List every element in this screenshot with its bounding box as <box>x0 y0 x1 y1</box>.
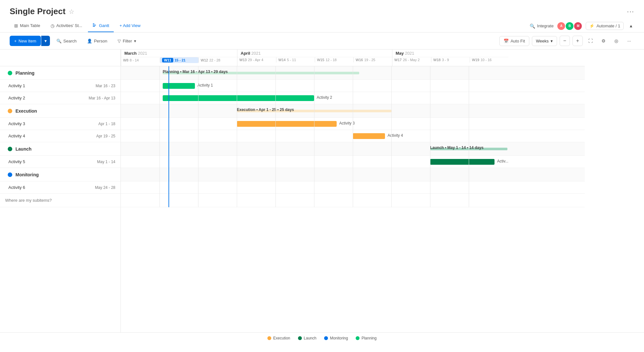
main-table-icon: ⊞ <box>14 23 18 28</box>
planning-summary-label: Planning • Mar 16 - Apr 13 • 29 days <box>163 69 228 74</box>
planning-legend-label: Planning <box>361 336 377 340</box>
activity5-label: Activity 5 <box>5 159 25 164</box>
monitoring-label: Monitoring <box>15 172 39 177</box>
chart-rows: Planning • Mar 16 - Apr 13 • 29 days Act… <box>121 66 585 207</box>
month-march: March 2021 W8 8 - 14 W11 15 - 21 W12 22 … <box>121 50 237 66</box>
fullscreen-button[interactable]: ⛶ <box>585 36 596 46</box>
activity3-label: Activity 3 <box>5 121 25 126</box>
activity5-bar[interactable] <box>430 159 495 165</box>
gantt-icon <box>92 23 97 28</box>
automate-button[interactable]: ⚡ Automate / 1 <box>586 22 624 30</box>
tab-add-view[interactable]: + Add View <box>115 20 145 32</box>
gantt-main: Planning Activity 1 Mar 16 - 23 Activity… <box>0 50 644 332</box>
legend-launch: Launch <box>298 336 316 340</box>
activity6-dates: May 24 - 28 <box>95 185 120 190</box>
search-magnify-icon: 🔍 <box>530 23 535 29</box>
add-view-label: + Add View <box>120 23 140 28</box>
vgrid-line <box>198 66 198 207</box>
activity5-dates: May 1 - 14 <box>97 160 120 164</box>
zoom-in-button[interactable]: + <box>572 36 583 46</box>
svg-rect-1 <box>93 25 96 25</box>
auto-fit-button[interactable]: 📅 Auto Fit <box>499 36 529 46</box>
favorite-icon[interactable]: ☆ <box>69 8 74 15</box>
list-item[interactable]: Activity 6 May 24 - 28 <box>0 181 120 194</box>
more-options-icon[interactable]: ··· <box>627 8 634 15</box>
person-label: Person <box>94 39 107 43</box>
list-item[interactable]: Activity 5 May 1 - 14 <box>0 156 120 168</box>
tab-activities-label: Activities' St... <box>56 23 82 28</box>
week-cell: W12 22 - 28 <box>198 57 237 63</box>
new-item-button[interactable]: + New Item <box>10 36 41 46</box>
list-item[interactable]: Activity 4 Apr 19 - 25 <box>0 130 120 142</box>
group-row-monitoring[interactable]: Monitoring <box>0 168 120 181</box>
tab-gantt[interactable]: Gantt <box>88 20 114 32</box>
group-row-launch[interactable]: Launch <box>0 142 120 156</box>
list-item[interactable]: Activity 3 Apr 1 - 18 <box>0 118 120 130</box>
page-header: Single Project ☆ ··· <box>0 0 644 20</box>
subitems-row[interactable]: Where are my subitems? <box>0 194 120 207</box>
zoom-out-button[interactable]: − <box>560 36 570 46</box>
march-weeks: W8 8 - 14 W11 15 - 21 W12 22 - 28 <box>121 57 237 63</box>
tabs-right-actions: 🔍 Integrate A B M ⚡ Automate / 1 ▲ <box>530 22 634 30</box>
tab-main-table[interactable]: ⊞ Main Table <box>10 20 45 32</box>
list-item[interactable]: Activity 2 Mar 16 - Apr 13 <box>0 92 120 104</box>
monitoring-legend-dot <box>324 336 328 340</box>
toolbar-more-button[interactable]: ··· <box>624 36 634 46</box>
activity1-bar[interactable] <box>163 83 195 89</box>
integrate-button[interactable]: 🔍 Integrate <box>530 23 553 29</box>
automate-icon: ⚡ <box>589 23 594 28</box>
filter-label: Filter <box>123 39 132 43</box>
week-cell: W13 29 - Apr 4 <box>237 57 276 62</box>
automate-label: Automate / 1 <box>596 23 620 28</box>
auto-fit-label: Auto Fit <box>511 39 525 43</box>
monitoring-dot <box>8 172 12 177</box>
month-april: April 2021 W13 29 - Apr 4 W14 5 - 11 W15… <box>237 50 392 66</box>
tab-main-table-label: Main Table <box>20 23 40 28</box>
month-may: May 2021 W17 26 - May 2 W18 3 - 9 W19 10… <box>392 50 508 66</box>
activity3-bar[interactable] <box>237 121 337 127</box>
activity4-bar[interactable] <box>353 133 385 139</box>
settings-button[interactable]: ⚙ <box>598 36 609 46</box>
today-line <box>168 66 169 207</box>
share-button[interactable]: ◎ <box>611 36 621 46</box>
vgrid-line <box>237 66 237 207</box>
vgrid-line <box>469 66 469 207</box>
toolbar: + New Item ▾ 🔍 Search 👤 Person ▽ Filter … <box>0 32 644 50</box>
tab-activities[interactable]: ◷ Activities' St... <box>46 20 87 32</box>
gantt-right-panel[interactable]: March 2021 W8 8 - 14 W11 15 - 21 W12 22 … <box>121 50 644 332</box>
march-label: March 2021 <box>121 50 237 57</box>
activity4-bar-label: Activity 4 <box>388 133 403 138</box>
activity5-bar-label: Activ... <box>497 159 508 163</box>
group-row-planning[interactable]: Planning <box>0 66 120 80</box>
person-button[interactable]: 👤 Person <box>83 36 111 46</box>
weeks-dropdown[interactable]: Weeks ▾ <box>532 36 557 46</box>
execution-dot <box>8 109 12 113</box>
legend-execution: Execution <box>267 336 290 340</box>
april-weeks: W13 29 - Apr 4 W14 5 - 11 W15 12 - 18 W1… <box>237 57 392 62</box>
may-label: May 2021 <box>392 50 508 57</box>
week-cell: W15 12 - 18 <box>315 57 353 62</box>
monitoring-legend-label: Monitoring <box>330 336 348 340</box>
filter-button[interactable]: ▽ Filter ▾ <box>114 36 140 46</box>
gantt-left-panel: Planning Activity 1 Mar 16 - 23 Activity… <box>0 50 121 332</box>
activity2-bar[interactable] <box>163 95 314 101</box>
new-item-dropdown-button[interactable]: ▾ <box>41 36 50 46</box>
search-icon: 🔍 <box>56 39 62 43</box>
filter-icon: ▽ <box>118 39 121 43</box>
vgrid-line <box>353 66 353 207</box>
vgrid-line <box>391 66 392 207</box>
search-button[interactable]: 🔍 Search <box>53 36 81 46</box>
execution-summary-label: Execution • Apr 1 - 25 • 25 days <box>237 107 294 112</box>
launch-label: Launch <box>15 146 32 152</box>
week-cell: W19 10 - 16 <box>470 57 508 62</box>
activity1-dates: Mar 16 - 23 <box>96 84 120 88</box>
group-row-execution[interactable]: Execution <box>0 104 120 118</box>
planning-dot <box>8 71 12 75</box>
list-item[interactable]: Activity 1 Mar 16 - 23 <box>0 80 120 92</box>
vgrid-line <box>275 66 276 207</box>
toolbar-right: 📅 Auto Fit Weeks ▾ − + ⛶ ⚙ ◎ ··· <box>499 36 634 46</box>
collapse-button[interactable]: ▲ <box>628 22 634 30</box>
avatar-group: A B M <box>557 22 582 30</box>
plus-icon: + <box>14 39 17 43</box>
vgrid-line <box>159 66 160 207</box>
